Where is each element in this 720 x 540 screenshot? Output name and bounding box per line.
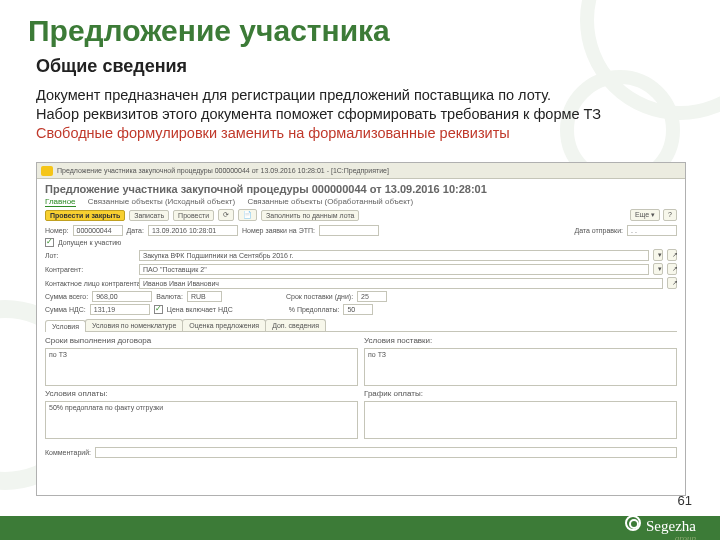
swirl-icon xyxy=(625,515,641,531)
fill-from-lot-button[interactable]: Заполнить по данным лота xyxy=(261,210,359,221)
nav-tabs: Главное Связанные объекты (Исходный объе… xyxy=(37,197,685,206)
prepay-label: % Предоплаты: xyxy=(289,306,340,313)
slide-subtitle: Общие сведения xyxy=(36,56,187,77)
contact-label: Контактное лицо контрагента: xyxy=(45,280,135,287)
delivery-label: Срок поставки (дни): xyxy=(286,293,353,300)
contract-terms-label: Сроки выполнения договора xyxy=(45,336,358,345)
post-button[interactable]: Провести xyxy=(173,210,214,221)
payment-terms-label: Условия оплаты: xyxy=(45,389,358,398)
delivery-field[interactable]: 25 xyxy=(357,291,387,302)
number-field[interactable]: 000000044 xyxy=(73,225,123,236)
app-screenshot: Предложение участника закупочной процеду… xyxy=(36,162,686,496)
vat-field[interactable]: 131,19 xyxy=(90,304,150,315)
vat-included-checkbox[interactable] xyxy=(154,305,163,314)
counterparty-field[interactable]: ПАО "Поставщик 2" xyxy=(139,264,649,275)
open-icon[interactable]: ↗ xyxy=(667,249,677,261)
write-button[interactable]: Записать xyxy=(129,210,169,221)
icon-button[interactable]: ⟳ xyxy=(218,209,234,221)
lot-field[interactable]: Закупка ВФК Подшипники на Сентябрь 2016 … xyxy=(139,250,649,261)
open-icon[interactable]: ↗ xyxy=(667,263,677,275)
dropdown-icon[interactable]: ▾ xyxy=(653,263,663,275)
body-highlight: Свободные формулировки заменить на форма… xyxy=(36,124,686,143)
body-line-1: Документ предназначен для регистрации пр… xyxy=(36,86,686,105)
window-title: Предложение участника закупочной процеду… xyxy=(57,167,389,174)
tab-linked-source[interactable]: Связанные объекты (Исходный объект) xyxy=(88,197,235,207)
icon-button[interactable]: 📄 xyxy=(238,209,257,221)
send-date-field[interactable]: . . xyxy=(627,225,677,236)
sub-tabs: Условия Условия по номенклатуре Оценка п… xyxy=(45,319,677,332)
comment-field[interactable] xyxy=(95,447,677,458)
help-button[interactable]: ? xyxy=(663,209,677,221)
dropdown-icon[interactable]: ▾ xyxy=(653,249,663,261)
footer-bar xyxy=(0,516,720,540)
vat-included-label: Цена включает НДС xyxy=(167,306,233,313)
etp-label: Номер заявки на ЭТП: xyxy=(242,227,315,234)
brand-logo: Segezha group xyxy=(625,515,696,535)
comment-label: Комментарий: xyxy=(45,449,91,456)
app-icon xyxy=(41,166,53,176)
slide-title: Предложение участника xyxy=(28,14,390,48)
open-icon[interactable]: ↗ xyxy=(667,277,677,289)
tab-evaluation[interactable]: Оценка предложения xyxy=(182,319,266,331)
document-title: Предложение участника закупочной процеду… xyxy=(37,179,685,197)
date-label: Дата: xyxy=(127,227,144,234)
currency-field[interactable]: RUB xyxy=(187,291,222,302)
lot-label: Лот: xyxy=(45,252,135,259)
logo-suffix: group xyxy=(675,533,696,540)
etp-field[interactable] xyxy=(319,225,379,236)
tab-conditions[interactable]: Условия xyxy=(45,320,86,332)
number-label: Номер: xyxy=(45,227,69,234)
contact-field[interactable]: Иванов Иван Иванович xyxy=(139,278,663,289)
delivery-terms-label: Условия поставки: xyxy=(364,336,677,345)
logo-text: Segezha xyxy=(646,518,696,534)
currency-label: Валюта: xyxy=(156,293,183,300)
admitted-label: Допущен к участию xyxy=(58,239,121,246)
body-line-2: Набор реквизитов этого документа поможет… xyxy=(36,105,686,124)
sum-label: Сумма всего: xyxy=(45,293,88,300)
date-field[interactable]: 13.09.2016 10:28:01 xyxy=(148,225,238,236)
body-text: Документ предназначен для регистрации пр… xyxy=(36,86,686,143)
tab-main[interactable]: Главное xyxy=(45,197,76,207)
payment-schedule-field[interactable] xyxy=(364,401,677,439)
post-and-close-button[interactable]: Провести и закрыть xyxy=(45,210,125,221)
tab-conditions-nomenclature[interactable]: Условия по номенклатуре xyxy=(85,319,183,331)
toolbar: Провести и закрыть Записать Провести ⟳ 📄… xyxy=(37,206,685,224)
more-button[interactable]: Еще ▾ xyxy=(630,209,660,221)
admitted-checkbox[interactable] xyxy=(45,238,54,247)
payment-schedule-label: График оплаты: xyxy=(364,389,677,398)
tab-linked-processed[interactable]: Связанные объекты (Обработанный объект) xyxy=(247,197,413,207)
counterparty-label: Контрагент: xyxy=(45,266,135,273)
window-titlebar: Предложение участника закупочной процеду… xyxy=(37,163,685,179)
payment-terms-field[interactable]: 50% предоплата по факту отгрузки xyxy=(45,401,358,439)
delivery-terms-field[interactable]: по ТЗ xyxy=(364,348,677,386)
vat-label: Сумма НДС: xyxy=(45,306,86,313)
tab-additional[interactable]: Доп. сведения xyxy=(265,319,326,331)
send-date-label: Дата отправки: xyxy=(574,227,623,234)
page-number: 61 xyxy=(678,493,692,508)
prepay-field[interactable]: 50 xyxy=(343,304,373,315)
sum-field[interactable]: 968,00 xyxy=(92,291,152,302)
contract-terms-field[interactable]: по ТЗ xyxy=(45,348,358,386)
